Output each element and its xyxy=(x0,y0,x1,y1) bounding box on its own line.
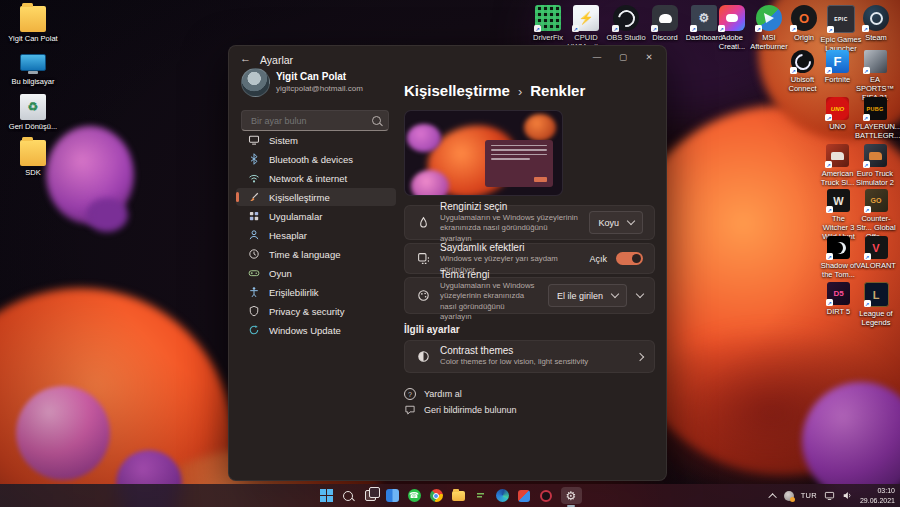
shortcut-arrow-icon xyxy=(864,253,871,260)
sidebar-item-label: Privacy & security xyxy=(269,306,345,317)
taskbar-edge[interactable] xyxy=(495,488,510,503)
expand-chevron-icon[interactable] xyxy=(636,290,644,298)
desktop-icon-label: DIRT 5 xyxy=(827,307,850,316)
desktop-icon-recycle-bin[interactable]: Geri Dönüşü... xyxy=(4,94,62,131)
shortcut-arrow-icon xyxy=(825,114,832,121)
computer-icon xyxy=(20,49,46,75)
desktop-icon-user-folder[interactable]: Yigit Can Polat xyxy=(4,6,62,43)
tray-overflow-chevron-icon[interactable] xyxy=(768,493,776,501)
transparency-toggle[interactable] xyxy=(616,252,643,265)
taskbar-notepad[interactable] xyxy=(473,488,488,503)
fifa21-icon xyxy=(864,50,887,73)
sidebar-item-hesaplar[interactable]: Hesaplar xyxy=(236,226,396,244)
desktop-icon-steam[interactable]: Steam xyxy=(857,5,895,42)
search-input[interactable] xyxy=(249,115,372,127)
setting-description: Uygulamaların ve Windows yüzeylerinin ek… xyxy=(440,213,579,243)
contrast-themes-row[interactable]: Contrast themes Color themes for low vis… xyxy=(404,340,655,373)
bluetooth-icon xyxy=(247,153,260,165)
accent-color-dropdown[interactable]: El ile girilen xyxy=(548,284,627,307)
breadcrumb-separator: › xyxy=(518,84,522,99)
msi-afterburner-icon xyxy=(756,5,782,31)
tray-app-icon[interactable] xyxy=(784,491,794,501)
taskbar-chrome[interactable] xyxy=(429,488,444,503)
desktop-icon-csgo[interactable]: GO Counter-Str... Global Offe... xyxy=(856,189,896,241)
minimize-button[interactable]: — xyxy=(584,48,610,66)
apps-grid-icon xyxy=(247,210,260,222)
setting-title: Renginizi seçin xyxy=(440,201,579,212)
taskbar-search-button[interactable] xyxy=(341,488,356,503)
taskbar-opera[interactable] xyxy=(539,488,554,503)
sidebar-item-privacy-security[interactable]: Privacy & security xyxy=(236,302,396,320)
shortcut-arrow-icon xyxy=(790,25,797,32)
clock[interactable]: 03:10 29.06.2021 xyxy=(860,486,895,505)
taskbar-utility-app[interactable] xyxy=(517,488,532,503)
close-button[interactable]: ✕ xyxy=(636,48,662,66)
tomb-raider-icon xyxy=(827,236,850,259)
desktop-icon-origin[interactable]: O Origin xyxy=(785,5,823,42)
desktop-icon-driverfix[interactable]: DriverFix xyxy=(529,5,567,42)
desktop-icon-label: UNO xyxy=(829,122,846,131)
accent-color-row[interactable]: Tema rengi Uygulamaların ve Windows yüze… xyxy=(404,277,655,314)
sidebar-item-label: Oyun xyxy=(269,268,292,279)
desktop-icon-msi-afterburner[interactable]: MSI Afterburner xyxy=(748,5,790,51)
language-indicator[interactable]: TUR xyxy=(801,491,817,500)
color-mode-dropdown[interactable]: Koyu xyxy=(589,211,643,234)
avatar[interactable] xyxy=(241,68,270,97)
task-view-button[interactable] xyxy=(363,488,378,503)
give-feedback-link[interactable]: Geri bildirimde bulunun xyxy=(404,404,517,416)
desktop-icon-epic-games[interactable]: EPIC Epic Games Launcher xyxy=(820,5,862,53)
desktop-icon-label: League of Legends xyxy=(856,309,896,327)
chevron-down-icon xyxy=(611,290,619,298)
desktop-icon-uno[interactable]: UNO UNO xyxy=(820,97,855,131)
sidebar-item-network-internet[interactable]: Network & internet xyxy=(236,169,396,187)
settings-window: ← Ayarlar — ▢ ✕ Yigit Can Polat yigitcpo… xyxy=(228,45,667,481)
desktop-icon-fortnite[interactable]: F Fortnite xyxy=(820,50,855,84)
breadcrumb-parent[interactable]: Kişiselleştirme xyxy=(404,82,510,99)
desktop-icon-obs[interactable]: OBS Studio xyxy=(606,5,646,42)
desktop-icon-ubisoft-connect[interactable]: Ubisoft Connect xyxy=(784,50,821,93)
theme-preview xyxy=(404,110,563,196)
sidebar-item-windows-update[interactable]: Windows Update xyxy=(236,321,396,339)
taskbar-whatsapp[interactable] xyxy=(407,488,422,503)
maximize-button[interactable]: ▢ xyxy=(610,48,636,66)
sidebar-item-uygulamalar[interactable]: Uygulamalar xyxy=(236,207,396,225)
whatsapp-icon xyxy=(408,489,421,502)
gear-icon: ⚙ xyxy=(566,490,577,502)
desktop-icon-dirt5[interactable]: D5 DIRT 5 xyxy=(820,282,857,316)
sidebar-item-kisisellestirme[interactable]: Kişiselleştirme xyxy=(236,188,396,206)
get-help-link[interactable]: Yardım al xyxy=(404,388,462,400)
desktop-icon-adobe-cc[interactable]: Adobe Creati... xyxy=(713,5,751,51)
sidebar-item-sistem[interactable]: Sistem xyxy=(236,131,396,149)
shortcut-arrow-icon xyxy=(718,25,725,32)
utility-app-icon xyxy=(518,490,530,502)
desktop-icon-american-truck[interactable]: American Truck Si... xyxy=(820,144,855,187)
desktop-icon-discord[interactable]: Discord xyxy=(646,5,684,42)
desktop-icon-valorant[interactable]: V VALORANT xyxy=(856,236,896,270)
sidebar-item-label: Time & language xyxy=(269,249,340,260)
sidebar-item-erisilebilirlik[interactable]: Erişilebilirlik xyxy=(236,283,396,301)
desktop-icon-this-pc[interactable]: Bu bilgisayar xyxy=(4,49,62,86)
desktop-icon-league-of-legends[interactable]: L League of Legends xyxy=(856,282,896,327)
network-icon[interactable] xyxy=(824,490,835,501)
chevron-right-icon xyxy=(636,352,644,360)
back-button[interactable]: ← xyxy=(240,52,251,64)
sidebar-item-bluetooth-devices[interactable]: Bluetooth & devices xyxy=(236,150,396,168)
volume-icon[interactable] xyxy=(842,490,853,501)
sidebar-item-label: Windows Update xyxy=(269,325,341,336)
desktop-icon-euro-truck[interactable]: Euro Truck Simulator 2 xyxy=(855,144,895,187)
shortcut-arrow-icon xyxy=(651,25,658,32)
desktop-icon-sdk-folder[interactable]: SDK xyxy=(4,140,62,177)
sidebar-item-time-language[interactable]: Time & language xyxy=(236,245,396,263)
desktop-icon-shadow-tomb-raider[interactable]: Shadow of the Tom... xyxy=(820,236,857,279)
desktop-icon-witcher3[interactable]: W The Witcher 3 Wild Hunt xyxy=(820,189,857,241)
desktop-icon-fifa21[interactable]: EA SPORTS™ FIFA 21 xyxy=(855,50,895,102)
sidebar-item-oyun[interactable]: Oyun xyxy=(236,264,396,282)
taskbar-settings-active[interactable]: ⚙ xyxy=(561,487,582,504)
settings-search[interactable] xyxy=(241,110,389,131)
start-button[interactable] xyxy=(319,488,334,503)
taskbar-file-explorer[interactable] xyxy=(451,488,466,503)
desktop-icon-pubg[interactable]: PUBG PLAYERUN... BATTLEGR... xyxy=(855,97,895,140)
taskbar-movies-app[interactable] xyxy=(385,488,400,503)
chevron-down-icon xyxy=(627,217,635,225)
accent-color-text: Tema rengi Uygulamaların ve Windows yüze… xyxy=(440,269,538,322)
